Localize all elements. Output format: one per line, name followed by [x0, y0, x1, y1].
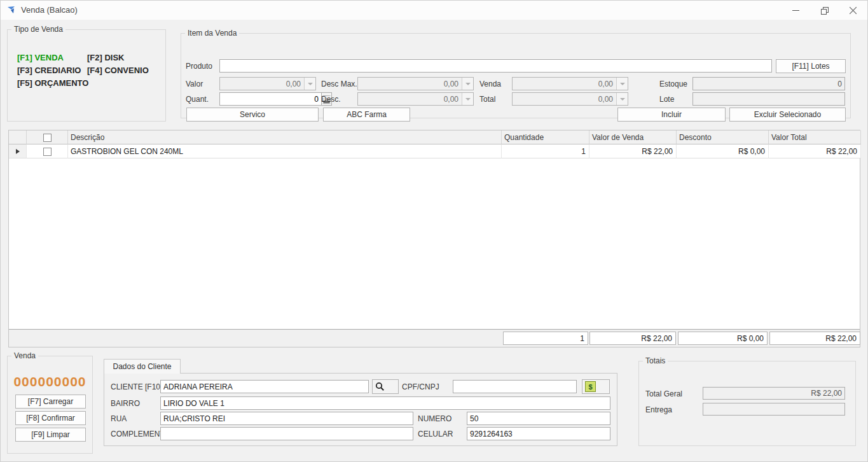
rua-input[interactable]: [160, 412, 413, 425]
row-cell-valor-total[interactable]: R$ 22,00: [769, 144, 861, 158]
entrega-field[interactable]: [703, 403, 845, 416]
quant-label: Quant.: [186, 95, 209, 104]
total-geral-field: [703, 387, 845, 400]
desc-max-dropdown-icon: [462, 78, 473, 90]
minimize-button[interactable]: [782, 1, 810, 20]
totais-group: Totais Total Geral Entrega: [638, 356, 856, 446]
tipo-de-venda-group: Tipo de Venda [F1] VENDA [F2] DISK [F3] …: [7, 25, 166, 122]
grid-header-descricao: Descrição: [68, 130, 502, 144]
desc-dropdown-icon: [462, 93, 473, 105]
estoque-label: Estoque: [659, 80, 687, 88]
desc-max-label: Desc Max.: [321, 80, 357, 88]
search-client-button[interactable]: [372, 379, 399, 394]
row-cell-quantidade[interactable]: 1: [502, 144, 589, 158]
current-row-arrow-icon: [16, 149, 20, 154]
grid-header-selector: [9, 130, 27, 144]
lote-label: Lote: [659, 95, 674, 104]
tab-dados-do-cliente[interactable]: Dados do Cliente: [104, 359, 181, 374]
select-all-checkbox[interactable]: [43, 134, 52, 142]
total-label: Total: [479, 95, 495, 104]
totals-quantidade: 1: [503, 332, 588, 345]
dados-do-cliente-panel: CLIENTE [F10] CPF/CNPJ $ BAIRRO RUA NUME…: [104, 373, 617, 446]
client-finance-button[interactable]: $: [582, 379, 610, 394]
desc-combo: 0,00: [357, 92, 474, 106]
sale-type-convenio[interactable]: [F4] CONVENIO: [87, 66, 149, 75]
total-combo: 0,00: [512, 92, 628, 106]
bairro-label: BAIRRO: [111, 399, 140, 408]
bairro-input[interactable]: [160, 396, 610, 410]
sale-number: 000000000: [8, 374, 92, 389]
venda-value: 0,00: [513, 78, 616, 90]
venda-legend: Venda: [11, 351, 38, 360]
valor-combo: 0,00: [219, 77, 316, 90]
search-icon: [375, 382, 385, 391]
restore-button[interactable]: [810, 1, 839, 20]
grid-header-valor-venda: Valor de Venda: [589, 130, 677, 144]
totals-valor-venda: R$ 22,00: [589, 332, 676, 345]
produto-input[interactable]: [219, 59, 772, 73]
entrega-label: Entrega: [645, 405, 672, 414]
celular-input[interactable]: [467, 427, 610, 440]
venda-label: Venda: [479, 80, 501, 88]
celular-label: CELULAR: [418, 430, 453, 438]
sale-type-crediario[interactable]: [F3] CREDIARIO: [17, 66, 81, 75]
valor-dropdown-icon: [304, 78, 315, 90]
grid-header-valor-total: Valor Total: [769, 130, 861, 144]
lote-field: [692, 92, 845, 106]
cpf-cnpj-label: CPF/CNPJ: [402, 382, 439, 391]
restore-icon: [821, 7, 828, 14]
grid-totals-strip: 1 R$ 22,00 R$ 0,00 R$ 22,00: [9, 329, 860, 347]
items-grid: Descrição Quantidade Valor de Venda Desc…: [8, 130, 860, 347]
complemento-input[interactable]: [160, 427, 413, 440]
totals-desconto: R$ 0,00: [678, 332, 768, 345]
minimize-icon: [792, 10, 799, 11]
tipo-de-venda-legend: Tipo de Venda: [11, 25, 65, 34]
row-checkbox[interactable]: [43, 148, 52, 156]
confirmar-button[interactable]: [F8] Confirmar: [15, 411, 86, 425]
venda-group: Venda 000000000 [F7] Carregar [F8] Confi…: [7, 351, 93, 454]
numero-input[interactable]: [467, 412, 610, 425]
grid-header-desconto: Desconto: [677, 130, 769, 144]
venda-dropdown-icon: [616, 78, 628, 90]
row-selector[interactable]: [9, 144, 27, 158]
desc-label: Desc.: [321, 95, 341, 104]
desc-max-combo: 0,00: [357, 77, 474, 90]
grid-header-checkbox[interactable]: [27, 130, 68, 144]
sale-type-orcamento[interactable]: [F5] ORÇAMENTO: [17, 78, 88, 88]
numero-label: NUMERO: [418, 414, 451, 423]
venda-balcao-window: Venda (Balcao) Tipo de Venda [F1] VENDA …: [0, 0, 868, 462]
grid-header-quantidade: Quantidade: [502, 130, 589, 144]
estoque-field: [692, 77, 845, 90]
close-button[interactable]: [839, 1, 867, 20]
totais-legend: Totais: [643, 356, 668, 365]
servico-button[interactable]: Servico: [186, 108, 319, 122]
incluir-button[interactable]: Incluir: [617, 108, 726, 122]
abc-farma-button[interactable]: ABC Farma: [323, 108, 410, 122]
total-geral-label: Total Geral: [645, 389, 682, 398]
desc-value: 0,00: [358, 93, 462, 105]
carregar-button[interactable]: [F7] Carregar: [15, 395, 86, 409]
sale-type-disk[interactable]: [F2] DISK: [87, 53, 125, 62]
item-da-venda-legend: Item da Venda: [185, 29, 239, 38]
row-checkbox-cell[interactable]: [27, 144, 68, 158]
cpf-cnpj-input[interactable]: [453, 380, 577, 393]
item-da-venda-group: Item da Venda Produto [F11] Lotes Valor …: [181, 29, 851, 118]
cliente-input[interactable]: [160, 380, 369, 393]
close-icon: [850, 6, 857, 14]
window-title: Venda (Balcao): [21, 5, 78, 15]
venda-combo: 0,00: [512, 77, 628, 90]
lotes-button[interactable]: [F11] Lotes: [776, 59, 846, 73]
quant-input[interactable]: [220, 93, 321, 105]
limpar-button[interactable]: [F9] Limpar: [15, 428, 86, 442]
valor-label: Valor: [186, 80, 203, 88]
desc-max-value: 0,00: [358, 78, 462, 90]
row-cell-descricao[interactable]: GASTROBION GEL CON 240ML: [68, 144, 502, 158]
produto-label: Produto: [186, 62, 212, 71]
row-cell-desconto[interactable]: R$ 0,00: [677, 144, 769, 158]
excluir-selecionado-button[interactable]: Excluir Selecionado: [729, 108, 846, 122]
money-icon: $: [585, 381, 596, 392]
sale-type-venda[interactable]: [F1] VENDA: [17, 53, 64, 62]
row-cell-valor-venda[interactable]: R$ 22,00: [589, 144, 677, 158]
quant-stepper[interactable]: [219, 92, 316, 106]
title-bar: Venda (Balcao): [1, 1, 867, 20]
